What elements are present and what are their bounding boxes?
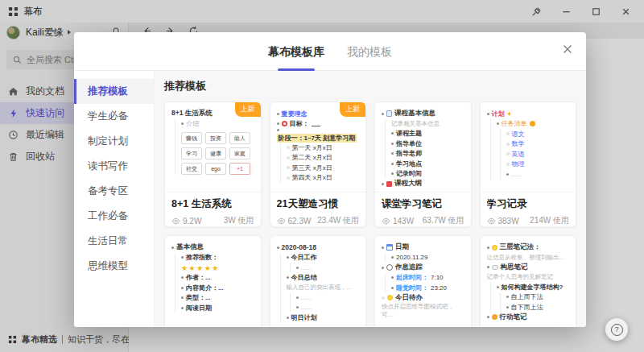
- outline-heading: 2020-08-18: [282, 243, 316, 251]
- grid-cell: 家庭: [229, 147, 250, 159]
- outline-line: 重要理念: [282, 110, 308, 118]
- template-card-study-log[interactable]: 计划 任务清单 语文 数学 英语 物理 ......: [480, 101, 577, 227]
- target-icon: [282, 121, 287, 126]
- grid-cell: 学习: [181, 147, 202, 159]
- window-controls: [531, 6, 636, 17]
- grid-cell-plus-one: +1: [229, 163, 250, 175]
- template-card-21days[interactable]: 上新 重要理念 目标： 阶段一：1~7天 刻意学习期 第一天 x月x日 第二天 …: [270, 101, 367, 227]
- fist-icon: [530, 121, 535, 126]
- grid-cell: 赚钱: [181, 132, 202, 144]
- maximize-button[interactable]: [591, 6, 601, 17]
- outline-heading: 基本信息: [176, 242, 204, 252]
- outline-line: 课程主题: [396, 129, 422, 138]
- card-preview: 课程基本信息 记录相关基本信息 课程主题 指导单位 指导老师 学习地点 记录时间…: [375, 102, 471, 193]
- eye-icon: [382, 217, 390, 226]
- calendar-icon: [386, 244, 393, 251]
- outline-line: 推荐指数：: [186, 253, 218, 262]
- blank-underline: [312, 121, 320, 126]
- template-card-book-info[interactable]: 基本信息 推荐指数：★★★★★ 作者：... 内容简介：... 类型：... 阅…: [164, 235, 262, 327]
- outline-line: 类型：...: [186, 293, 211, 302]
- outline-note: 记录相关基本信息: [391, 119, 464, 129]
- outline-note: 让信息从收集、整理到输出...: [487, 253, 570, 263]
- minimize-button[interactable]: [561, 6, 572, 17]
- grid-cell: 助人: [229, 132, 250, 144]
- template-card-8plus1[interactable]: 上新 8+1 生活系统 介绍 赚钱 投资 助人 学习: [164, 101, 262, 227]
- bulb-icon: [387, 295, 393, 300]
- category-exam-prep[interactable]: 备考专区: [74, 179, 154, 204]
- card-title: 21天塑造习惯: [277, 197, 360, 211]
- grid-cell: ego: [205, 163, 226, 175]
- outline-note: 快点开启思维导图模式吧，可...: [382, 303, 464, 319]
- outline-line: 第三天 x月x日: [292, 164, 332, 172]
- category-reading-writing[interactable]: 读书写作: [74, 154, 154, 179]
- titlebar: 幕布: [0, 0, 644, 23]
- star-rating: ★★★★★: [181, 264, 220, 273]
- template-card-three-layer-notes[interactable]: 三层笔记法： 让信息从收集、整理到输出... 构思笔记 记录个人思考的见解笔记 …: [480, 235, 577, 327]
- notebook-icon: [386, 110, 392, 117]
- category-sidebar: 推荐模板 学生必备 制定计划 读书写作 备考专区 工作必备 生活日常 思维模型: [74, 71, 155, 327]
- template-card-class-notes[interactable]: 课程基本信息 记录相关基本信息 课程主题 指导单位 指导老师 学习地点 记录时间…: [374, 101, 472, 227]
- category-work[interactable]: 工作必备: [74, 204, 154, 229]
- close-button[interactable]: [621, 6, 631, 17]
- card-title: 学习记录: [487, 197, 570, 211]
- outline-line: ......: [511, 171, 522, 178]
- bulb-icon: [492, 245, 497, 251]
- tab-template-library[interactable]: 幕布模板库: [268, 32, 324, 71]
- new-badge: 上新: [235, 102, 261, 117]
- outline-line: 2020.11.29: [396, 254, 427, 261]
- help-button[interactable]: ?: [605, 318, 628, 341]
- use-count: 63.7W 使用: [423, 215, 464, 226]
- outline-line: 数学: [512, 139, 525, 148]
- outline-line: 起床时间：: [396, 273, 428, 282]
- outline-heading: 日期: [395, 242, 409, 252]
- outline-line-highlighted: 阶段一：1~7天 刻意学习期: [277, 134, 357, 143]
- outline-value: 7:10: [431, 274, 444, 281]
- grid-cell: 健康: [205, 147, 226, 159]
- outline-line: 自上而下法: [511, 292, 543, 301]
- card-preview: 2020-08-18 今日工作 ...... 今日总结 输入自己的突出表现，..…: [270, 236, 366, 327]
- app-title: 幕布: [23, 5, 43, 19]
- view-count: 143W: [393, 217, 414, 226]
- template-grid-area: 推荐模板 上新 8+1 生活系统 介绍 赚钱: [155, 71, 586, 327]
- outline-note: 输入自己的突出表现，...: [287, 283, 360, 292]
- outline-line: 第一天 x月x日: [292, 143, 332, 152]
- outline-note: 记录个人思考的见解笔记: [487, 272, 570, 282]
- template-card-daily-journal[interactable]: 2020-08-18 今日工作 ...... 今日总结 输入自己的突出表现，..…: [270, 235, 367, 327]
- eye-icon: [171, 217, 180, 226]
- grid-cell: 投资: [205, 132, 226, 144]
- category-students[interactable]: 学生必备: [74, 104, 154, 129]
- section-title: 推荐模板: [164, 79, 576, 93]
- life-grid: 赚钱 投资 助人 学习 健康 家庭 社交 ego +1: [181, 132, 254, 175]
- view-count: 62.3W: [288, 217, 312, 226]
- category-planning[interactable]: 制定计划: [74, 129, 154, 154]
- use-count: 214W 使用: [530, 215, 569, 226]
- eye-icon: [277, 217, 286, 226]
- app-logo-icon: [8, 6, 19, 17]
- category-thinking-models[interactable]: 思维模型: [74, 254, 154, 279]
- book-icon: [386, 181, 392, 187]
- card-preview: 计划 任务清单 语文 数学 英语 物理 ......: [481, 102, 576, 193]
- outline-heading: 三层笔记法：: [500, 242, 541, 252]
- template-card-daily-routine[interactable]: 日期 2020.11.29 作息追踪 起床时间：7:10 睡觉时间：23:20 …: [374, 235, 472, 327]
- outline-line: 计划: [492, 110, 505, 118]
- outline-line: 睡觉时间：: [396, 284, 428, 292]
- category-daily-life[interactable]: 生活日常: [74, 229, 154, 254]
- outline-heading: 今日待办: [395, 293, 423, 303]
- view-count: 9.2W: [183, 217, 201, 226]
- outline-line: 今日总结: [291, 273, 317, 282]
- eye-icon: [487, 217, 496, 226]
- pin-icon[interactable]: [531, 6, 542, 17]
- category-recommended[interactable]: 推荐模板: [74, 79, 154, 104]
- use-count: 3W 使用: [224, 215, 254, 226]
- modal-close-icon[interactable]: [560, 42, 575, 56]
- question-mark-icon: ?: [611, 324, 623, 336]
- card-preview: 日期 2020.11.29 作息追踪 起床时间：7:10 睡觉时间：23:20 …: [375, 236, 471, 327]
- card-title: 8+1 生活系统: [171, 197, 254, 211]
- outline-line: 英语: [512, 150, 525, 159]
- view-count: 383W: [498, 217, 519, 226]
- card-preview: 三层笔记法： 让信息从收集、整理到输出... 构思笔记 记录个人思考的见解笔记 …: [481, 236, 576, 327]
- tab-my-templates[interactable]: 我的模板: [347, 32, 392, 71]
- new-badge: 上新: [340, 102, 365, 117]
- outline-line: 行动笔记: [500, 313, 527, 322]
- outline-heading: 构思笔记: [501, 263, 528, 272]
